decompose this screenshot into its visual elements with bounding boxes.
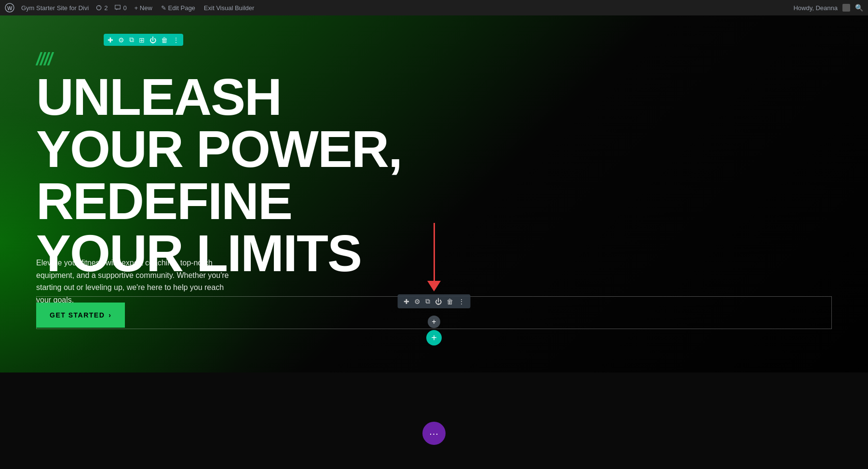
- admin-bar-left: W Gym Starter Site for Divi 2 0 + New ✎ …: [5, 3, 787, 13]
- user-avatar[interactable]: [842, 4, 850, 12]
- red-arrow: [427, 223, 441, 291]
- main-content: ✚ ⚙ ⧉ ⊞ ⏻ 🗑 ⋮ //// UNLEASH YOUR POWER, R…: [0, 15, 868, 469]
- exit-builder-link[interactable]: Exit Visual Builder: [203, 4, 256, 12]
- add-section-button-teal[interactable]: +: [426, 330, 442, 345]
- hero-headline: UNLEASH YOUR POWER, REDEFINE YOUR LIMITS: [36, 71, 417, 279]
- pencil-icon: ✎: [161, 4, 168, 12]
- plus-icon-small: +: [432, 317, 436, 326]
- site-name[interactable]: Gym Starter Site for Divi: [21, 4, 89, 12]
- section-toolbar: ✚ ⚙ ⧉ ⊞ ⏻ 🗑 ⋮: [104, 34, 183, 46]
- update-count: 2: [104, 4, 108, 12]
- section-settings-icon[interactable]: ⚙: [118, 36, 124, 44]
- cta-button-label: GET STARTED: [50, 311, 105, 319]
- comment-icon: [114, 4, 121, 11]
- svg-text:W: W: [7, 5, 13, 11]
- update-counter[interactable]: 2: [95, 4, 108, 12]
- plus-icon-teal: +: [431, 332, 437, 344]
- row-more-icon[interactable]: ⋮: [458, 298, 465, 305]
- row-toolbar: ✚ ⚙ ⧉ ⏻ 🗑 ⋮: [398, 294, 471, 308]
- section-columns-icon[interactable]: ⊞: [139, 36, 145, 44]
- red-arrow-head: [427, 281, 441, 291]
- admin-bar-right: Howdy, Deanna 🔍: [793, 4, 863, 12]
- red-arrow-line: [434, 223, 435, 281]
- row-settings-icon[interactable]: ⚙: [414, 298, 420, 305]
- row-delete-icon[interactable]: 🗑: [447, 298, 453, 305]
- add-row-button-small[interactable]: +: [428, 316, 440, 328]
- decorative-slashes: ////: [36, 49, 52, 69]
- row-add-icon[interactable]: ✚: [404, 298, 409, 305]
- plus-icon: +: [135, 4, 140, 12]
- section-more-icon[interactable]: ⋮: [173, 36, 179, 44]
- section-copy-icon[interactable]: ⧉: [129, 36, 134, 44]
- admin-bar: W Gym Starter Site for Divi 2 0 + New ✎ …: [0, 0, 868, 15]
- howdy-text: Howdy, Deanna: [793, 4, 838, 12]
- wp-logo-icon[interactable]: W: [5, 3, 14, 13]
- dark-section: [0, 372, 868, 469]
- search-icon[interactable]: 🔍: [855, 4, 863, 12]
- cta-arrow-icon: ›: [108, 311, 111, 319]
- cta-button[interactable]: GET STARTED ›: [36, 303, 125, 328]
- comments-count: 0: [123, 4, 126, 12]
- new-link[interactable]: + New: [134, 4, 153, 12]
- edit-page-link[interactable]: ✎ Edit Page: [160, 4, 196, 12]
- section-add-icon[interactable]: ✚: [108, 36, 113, 44]
- dots-icon: ···: [429, 428, 439, 439]
- comments-counter[interactable]: 0: [114, 4, 126, 12]
- row-toggle-icon[interactable]: ⏻: [435, 298, 442, 305]
- more-options-button[interactable]: ···: [422, 422, 446, 445]
- hero-subtext: Elevate your fitness with expert coachin…: [36, 257, 229, 306]
- row-copy-icon[interactable]: ⧉: [425, 297, 430, 305]
- refresh-icon: [95, 4, 102, 11]
- section-delete-icon[interactable]: 🗑: [161, 36, 168, 44]
- section-toggle-icon[interactable]: ⏻: [149, 36, 156, 44]
